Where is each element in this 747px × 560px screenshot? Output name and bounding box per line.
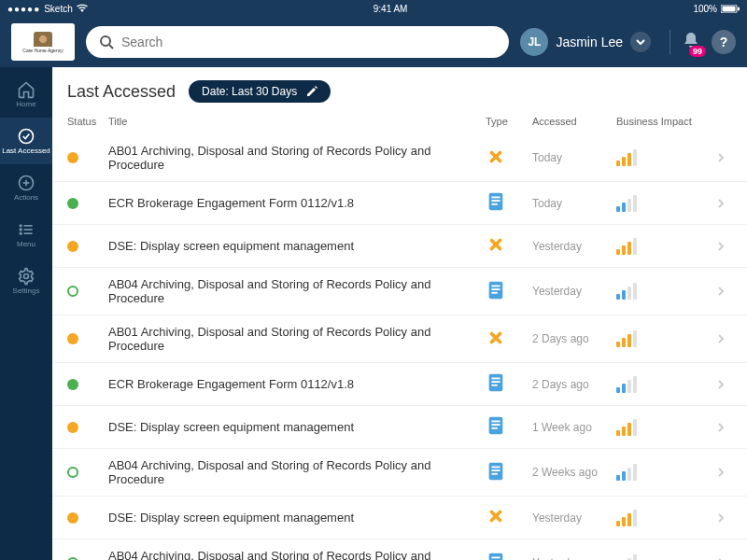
table-row[interactable]: AB04 Archiving, Disposal and Storing of … <box>52 268 747 315</box>
type-cell <box>486 191 532 215</box>
search-input[interactable] <box>121 35 496 49</box>
status-cell <box>67 512 108 524</box>
svg-rect-31 <box>491 378 500 380</box>
impact-cell <box>616 330 710 347</box>
accessed-cell: 2 Days ago <box>532 378 616 391</box>
type-cell <box>486 328 532 351</box>
home-icon <box>17 80 35 99</box>
table-row[interactable]: ECR Brokerage Engagement Form 0112/v1.82… <box>52 363 747 406</box>
accessed-cell: Yesterday <box>532 285 616 298</box>
svg-rect-33 <box>491 385 497 386</box>
document-icon <box>486 470 506 484</box>
search-bar[interactable] <box>86 26 509 58</box>
help-button[interactable]: ? <box>712 30 736 54</box>
sidebar-item-label: Last Accessed <box>2 147 50 156</box>
brand-name: Care Home Agency <box>22 48 63 53</box>
status-dot-icon <box>67 467 78 478</box>
col-type: Type <box>486 116 532 127</box>
sidebar-item-label: Actions <box>14 194 38 203</box>
col-accessed: Accessed <box>532 116 616 127</box>
svg-point-3 <box>101 36 110 46</box>
status-dot-icon <box>67 512 78 524</box>
table-row[interactable]: AB04 Archiving, Disposal and Storing of … <box>52 449 747 497</box>
chevron-right-icon <box>710 198 732 209</box>
chevron-right-icon <box>710 286 732 297</box>
user-menu[interactable]: JL Jasmin Lee <box>520 28 651 56</box>
accessed-cell: Yesterday <box>532 511 616 525</box>
status-dot-icon <box>67 422 78 433</box>
status-cell <box>67 152 108 163</box>
svg-point-13 <box>20 232 21 234</box>
title-cell: AB04 Archiving, Disposal and Storing of … <box>108 458 486 486</box>
svg-rect-41 <box>491 472 497 474</box>
table-row[interactable]: AB04 Archiving, Disposal and Storing of … <box>52 539 747 560</box>
type-cell <box>486 415 532 439</box>
type-cell <box>486 147 532 170</box>
main-content: Last Accessed Date: Last 30 Days Status … <box>52 67 747 560</box>
impact-cell <box>616 464 710 481</box>
table-row[interactable]: ECR Brokerage Engagement Form 0112/v1.8T… <box>52 182 747 225</box>
sidebar-item-settings[interactable]: Settings <box>0 258 52 304</box>
edit-icon <box>306 86 317 97</box>
col-impact: Business Impact <box>616 116 710 127</box>
title-cell: ECR Brokerage Engagement Form 0112/v1.8 <box>108 196 486 210</box>
tools-icon <box>486 515 506 529</box>
accessed-cell: Yesterday <box>532 240 616 253</box>
svg-rect-26 <box>491 288 500 290</box>
type-cell <box>486 372 532 396</box>
plus-circle-icon <box>17 174 35 192</box>
gear-icon <box>17 267 35 286</box>
impact-cell <box>616 510 710 526</box>
tools-icon <box>486 244 506 258</box>
accessed-cell: 2 Weeks ago <box>532 466 616 479</box>
notifications-button[interactable]: 99 <box>682 31 700 53</box>
column-headers: Status Title Type Accessed Business Impa… <box>52 112 747 134</box>
chevron-right-icon <box>710 241 732 252</box>
tools-icon <box>486 337 506 351</box>
history-icon <box>17 127 35 146</box>
table-row[interactable]: AB01 Archiving, Disposal and Storing of … <box>52 315 747 363</box>
title-cell: AB01 Archiving, Disposal and Storing of … <box>108 325 486 353</box>
svg-rect-35 <box>491 421 500 423</box>
svg-rect-19 <box>491 197 500 199</box>
status-cell <box>67 241 108 252</box>
sidebar-item-last-accessed[interactable]: Last Accessed <box>0 118 52 164</box>
svg-rect-32 <box>491 381 500 383</box>
accessed-cell: Yesterday <box>532 556 616 560</box>
status-dot-icon <box>67 198 78 209</box>
svg-rect-25 <box>491 285 500 287</box>
document-icon <box>486 201 506 215</box>
sidebar-item-home[interactable]: Home <box>0 71 52 118</box>
tools-icon <box>486 156 506 170</box>
svg-rect-2 <box>738 7 740 10</box>
table-row[interactable]: DSE: Display screen equipment management… <box>52 406 747 449</box>
sidebar: Home Last Accessed Actions Menu Settings <box>0 67 52 560</box>
table-row[interactable]: DSE: Display screen equipment management… <box>52 497 747 539</box>
chevron-right-icon <box>710 152 732 163</box>
date-filter-chip[interactable]: Date: Last 30 Days <box>189 80 331 103</box>
chevron-right-icon <box>710 333 732 344</box>
status-dot-icon <box>67 152 78 163</box>
wifi-icon <box>77 4 88 13</box>
notification-count-badge: 99 <box>689 46 706 57</box>
chevron-right-icon <box>710 379 732 390</box>
title-cell: DSE: Display screen equipment management <box>108 511 486 525</box>
title-cell: DSE: Display screen equipment management <box>108 239 486 253</box>
sidebar-item-label: Settings <box>13 287 40 296</box>
svg-point-15 <box>24 273 29 278</box>
sidebar-item-actions[interactable]: Actions <box>0 164 52 211</box>
svg-rect-40 <box>491 469 500 471</box>
title-cell: AB04 Archiving, Disposal and Storing of … <box>108 277 486 305</box>
status-cell <box>67 286 108 297</box>
table-row[interactable]: DSE: Display screen equipment management… <box>52 225 747 268</box>
carrier-label: Sketch <box>44 4 73 14</box>
table-row[interactable]: AB01 Archiving, Disposal and Storing of … <box>52 134 747 182</box>
app-header: Care Home Agency JL Jasmin Lee 99 ? <box>0 17 747 67</box>
chevron-down-icon <box>630 32 651 52</box>
brand-logo[interactable]: Care Home Agency <box>11 23 75 61</box>
user-name: Jasmin Lee <box>556 35 623 49</box>
status-cell <box>67 467 108 478</box>
sidebar-item-menu[interactable]: Menu <box>0 211 52 258</box>
accessed-cell: Today <box>532 197 616 210</box>
accessed-cell: 2 Days ago <box>532 332 616 345</box>
